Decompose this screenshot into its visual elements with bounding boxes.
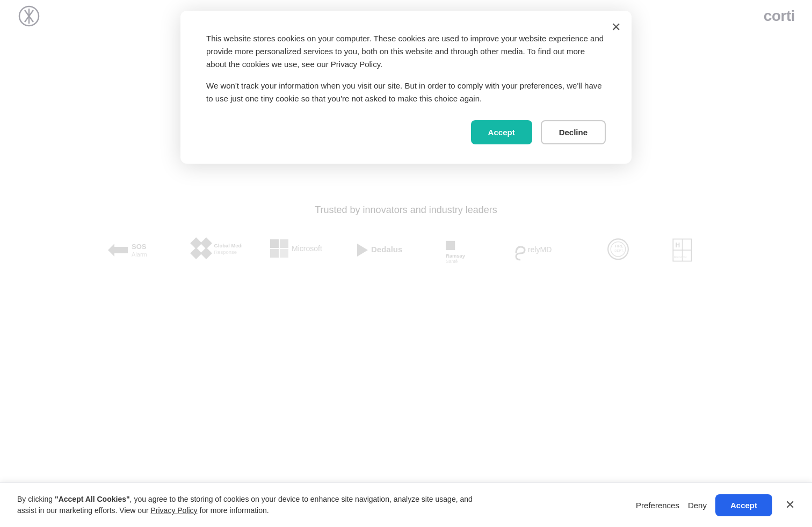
cookie-banner-text: By clicking "Accept All Cookies", you ag… <box>17 494 479 516</box>
cookie-modal: ✕ This website stores cookies on your co… <box>180 11 632 164</box>
modal-actions: Accept Decline <box>206 120 606 144</box>
modal-text-2: We won't track your information when you… <box>206 79 606 105</box>
cookie-text-prefix: By clicking <box>17 495 55 503</box>
preferences-button[interactable]: Preferences <box>636 501 679 510</box>
accept-cookie-button[interactable]: Accept <box>715 494 772 516</box>
deny-button[interactable]: Deny <box>688 501 707 510</box>
cookie-text-suffix: for more information. <box>198 506 269 515</box>
cookie-actions: Preferences Deny Accept ✕ <box>636 494 795 516</box>
cookie-banner: By clicking "Accept All Cookies", you ag… <box>0 482 812 527</box>
modal-overlay: ✕ This website stores cookies on your co… <box>0 0 812 527</box>
modal-close-button[interactable]: ✕ <box>611 21 621 33</box>
privacy-policy-link[interactable]: Privacy Policy <box>150 506 197 515</box>
cookie-text-bold: "Accept All Cookies" <box>55 495 130 503</box>
modal-decline-button[interactable]: Decline <box>541 120 606 144</box>
modal-accept-button[interactable]: Accept <box>471 120 532 144</box>
cookie-banner-close-button[interactable]: ✕ <box>785 498 795 512</box>
modal-text-1: This website stores cookies on your comp… <box>206 32 606 71</box>
